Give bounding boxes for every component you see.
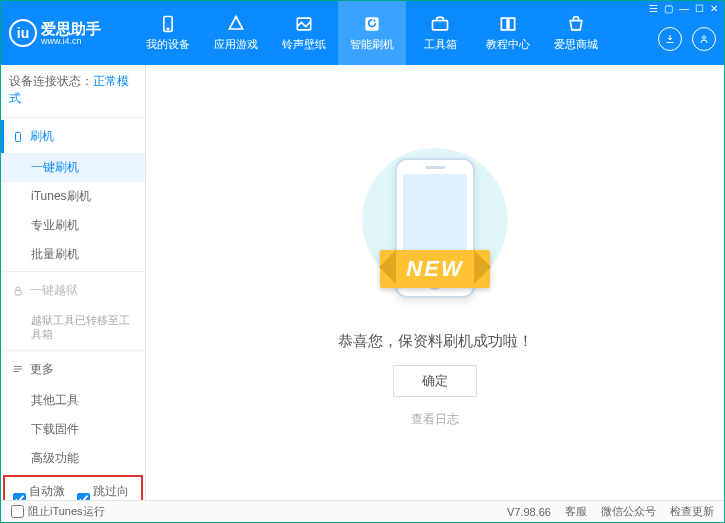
divider <box>1 350 145 351</box>
checkbox-input[interactable] <box>11 505 24 518</box>
nav-apps[interactable]: 应用游戏 <box>202 1 270 65</box>
logo: iu 爱思助手 www.i4.cn <box>9 19 134 47</box>
sidebar-item-advanced[interactable]: 高级功能 <box>1 444 145 473</box>
store-icon <box>566 14 586 34</box>
checkbox-label: 阻止iTunes运行 <box>28 504 105 519</box>
section-flash[interactable]: 刷机 <box>1 120 145 153</box>
section-label: 更多 <box>30 361 54 378</box>
user-button[interactable] <box>692 27 716 51</box>
section-more[interactable]: 更多 <box>1 353 145 386</box>
new-banner: NEW <box>380 250 489 288</box>
lock-icon <box>12 285 24 297</box>
titlebar-controls: ☰ ▢ — ☐ ✕ <box>649 3 718 14</box>
download-button[interactable] <box>658 27 682 51</box>
divider <box>1 117 145 118</box>
nav-label: 工具箱 <box>424 37 457 52</box>
nav-my-device[interactable]: 我的设备 <box>134 1 202 65</box>
section-label: 一键越狱 <box>30 282 78 299</box>
sidebar: 设备连接状态：正常模式 刷机 一键刷机 iTunes刷机 专业刷机 批量刷机 一… <box>1 65 146 500</box>
nav: 我的设备 应用游戏 铃声壁纸 智能刷机 工具箱 教程中心 爱思商城 <box>134 1 610 65</box>
logo-title: 爱思助手 <box>41 21 101 36</box>
block-itunes-checkbox[interactable]: 阻止iTunes运行 <box>11 504 105 519</box>
nav-tutorials[interactable]: 教程中心 <box>474 1 542 65</box>
flash-icon <box>362 14 382 34</box>
nav-label: 应用游戏 <box>214 37 258 52</box>
wechat-link[interactable]: 微信公众号 <box>601 504 656 519</box>
checkbox-label: 跳过向导 <box>93 483 133 500</box>
nav-label: 教程中心 <box>486 37 530 52</box>
toolbox-icon <box>430 14 450 34</box>
logo-url: www.i4.cn <box>41 36 101 46</box>
sidebar-item-batch-flash[interactable]: 批量刷机 <box>1 240 145 269</box>
nav-label: 智能刷机 <box>350 37 394 52</box>
status-label: 设备连接状态： <box>9 74 93 88</box>
success-message: 恭喜您，保资料刷机成功啦！ <box>338 332 533 351</box>
header: iu 爱思助手 www.i4.cn 我的设备 应用游戏 铃声壁纸 智能刷机 工具… <box>1 1 724 65</box>
sidebar-item-itunes-flash[interactable]: iTunes刷机 <box>1 182 145 211</box>
wallpaper-icon <box>294 14 314 34</box>
menu-button[interactable]: ☰ <box>649 3 658 14</box>
checkbox-label: 自动激活 <box>29 483 69 500</box>
version-label: V7.98.66 <box>507 506 551 518</box>
main-content: NEW 恭喜您，保资料刷机成功啦！ 确定 查看日志 <box>146 65 724 500</box>
maximize-button[interactable]: ☐ <box>695 3 704 14</box>
nav-label: 我的设备 <box>146 37 190 52</box>
nav-toolbox[interactable]: 工具箱 <box>406 1 474 65</box>
flash-options: 自动激活 跳过向导 <box>3 475 143 500</box>
minimize-button[interactable]: — <box>679 3 689 14</box>
user-icon <box>698 33 710 45</box>
sidebar-item-download-fw[interactable]: 下载固件 <box>1 415 145 444</box>
apps-icon <box>226 14 246 34</box>
ok-button[interactable]: 确定 <box>393 365 477 397</box>
section-label: 刷机 <box>30 128 54 145</box>
nav-ringtones[interactable]: 铃声壁纸 <box>270 1 338 65</box>
jailbreak-note: 越狱工具已转移至工具箱 <box>1 307 145 348</box>
header-right <box>658 27 716 51</box>
nav-store[interactable]: 爱思商城 <box>542 1 610 65</box>
book-icon <box>498 14 518 34</box>
checkbox-input[interactable] <box>77 493 90 500</box>
update-link[interactable]: 检查更新 <box>670 504 714 519</box>
connection-status: 设备连接状态：正常模式 <box>1 65 145 115</box>
sidebar-item-other-tools[interactable]: 其他工具 <box>1 386 145 415</box>
divider <box>1 271 145 272</box>
section-jailbreak[interactable]: 一键越狱 <box>1 274 145 307</box>
phone-small-icon <box>12 131 24 143</box>
phone-icon <box>158 14 178 34</box>
nav-flash[interactable]: 智能刷机 <box>338 1 406 65</box>
success-illustration: NEW <box>335 138 535 318</box>
nav-label: 爱思商城 <box>554 37 598 52</box>
svg-rect-7 <box>15 290 21 295</box>
download-icon <box>664 33 676 45</box>
logo-icon: iu <box>9 19 37 47</box>
view-log-link[interactable]: 查看日志 <box>411 411 459 428</box>
list-icon <box>12 363 24 375</box>
sidebar-item-oneclick-flash[interactable]: 一键刷机 <box>1 153 145 182</box>
svg-rect-4 <box>433 21 448 30</box>
support-link[interactable]: 客服 <box>565 504 587 519</box>
footer: 阻止iTunes运行 V7.98.66 客服 微信公众号 检查更新 <box>1 500 724 522</box>
nav-label: 铃声壁纸 <box>282 37 326 52</box>
checkbox-skip-guide[interactable]: 跳过向导 <box>77 483 133 500</box>
checkbox-auto-activate[interactable]: 自动激活 <box>13 483 69 500</box>
checkbox-input[interactable] <box>13 493 26 500</box>
skin-button[interactable]: ▢ <box>664 3 673 14</box>
svg-rect-6 <box>16 132 21 141</box>
sidebar-item-pro-flash[interactable]: 专业刷机 <box>1 211 145 240</box>
close-button[interactable]: ✕ <box>710 3 718 14</box>
svg-point-1 <box>167 28 169 30</box>
svg-point-5 <box>703 36 706 39</box>
